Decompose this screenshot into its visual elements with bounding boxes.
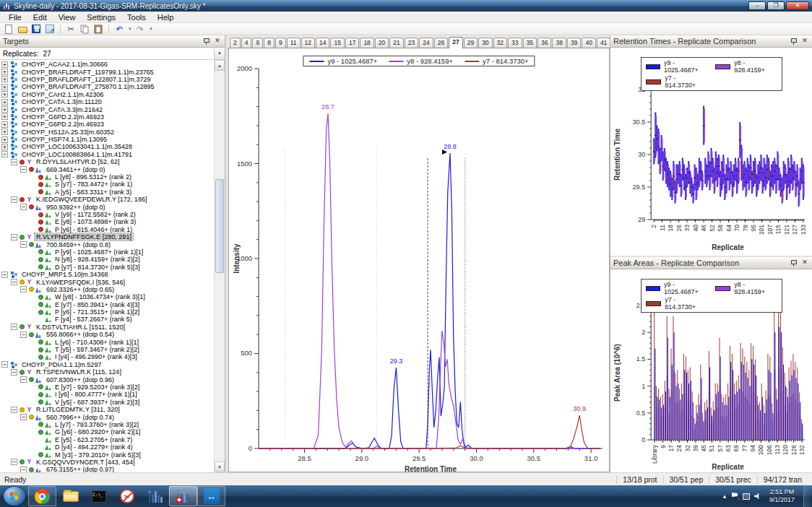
tree-item-mz[interactable]: −676.3155++ (dotp 0.97) <box>0 466 214 472</box>
menu-tools[interactable]: Tools <box>121 12 152 22</box>
collapse-icon[interactable]: − <box>1 272 8 278</box>
expand-icon[interactable]: + <box>1 84 8 90</box>
collapse-icon[interactable]: − <box>11 407 17 413</box>
tree-item-pr[interactable]: −CHOYP_MRP1.5.10|m.34368 <box>0 271 214 278</box>
collapse-icon[interactable]: − <box>11 234 17 240</box>
publish-button[interactable] <box>44 24 56 35</box>
collapse-icon[interactable]: − <box>11 279 17 285</box>
replicate-tab-12[interactable]: 12 <box>301 38 315 48</box>
menu-settings[interactable]: Settings <box>81 12 121 22</box>
replicate-tab-32[interactable]: 32 <box>493 38 507 48</box>
tree-item-tr[interactable]: L [y8] - 896.5312+ (rank 2) <box>0 173 214 181</box>
tree-item-mz[interactable]: −560.7996++ (dotp 0.74) <box>0 413 214 420</box>
expand-icon[interactable]: + <box>1 106 8 113</box>
pin-icon[interactable] <box>202 38 210 46</box>
collapse-icon[interactable]: − <box>11 196 17 203</box>
tree-item-pr[interactable]: +CHOYP_HSP74.1.1|m.13095 <box>0 136 214 143</box>
tree-item-pe[interactable]: −YR.TSPEIVNWLR.K [115, 124] <box>0 368 214 376</box>
taskbar-chrome-button[interactable] <box>28 486 56 506</box>
expand-icon[interactable]: + <box>1 99 8 105</box>
action-center-flag-icon[interactable] <box>732 493 738 500</box>
replicate-tab-6[interactable]: 6 <box>252 38 263 48</box>
targets-scrollbar[interactable]: ▲ ▼ <box>214 60 225 472</box>
expand-icon[interactable]: + <box>1 91 8 98</box>
collapse-icon[interactable]: − <box>20 241 27 248</box>
replicate-tab-30[interactable]: 30 <box>478 38 492 48</box>
tree-item-pr[interactable]: +CHOYP_G6PD.2.2|m.46923 <box>0 121 214 128</box>
tree-item-tr[interactable]: P [y6] - 721.3515+ (rank 1)[2] <box>0 308 214 316</box>
tree-item-pr[interactable]: +CHOYP_CATA.1.3|m.11120 <box>0 98 214 105</box>
retention-times-chart[interactable]: 2929.53030.53121118263340465258647078951… <box>610 48 812 256</box>
tree-item-pe[interactable]: −YR.VLYPNDNFFSGK.E [280, 291] <box>0 233 214 240</box>
replicate-tab-36[interactable]: 36 <box>537 38 551 48</box>
tree-item-mz[interactable]: −950.9392++ (dotp 0) <box>0 203 214 210</box>
expand-icon[interactable]: + <box>1 121 8 128</box>
tree-item-tr[interactable]: T [y5] - 597.3467+ (rank 2)[2] <box>0 346 214 353</box>
replicate-tab-33[interactable]: 33 <box>508 38 522 48</box>
expand-icon[interactable]: + <box>1 69 8 75</box>
start-button[interactable] <box>4 487 25 506</box>
expand-icon[interactable]: + <box>1 144 8 150</box>
tree-item-tr[interactable]: W [y8] - 1036.4734+ (rank 3)[1] <box>0 293 214 300</box>
replicate-tab-29[interactable]: 29 <box>464 38 478 48</box>
tree-item-tr[interactable]: G [y6] - 680.2920+ (rank 2)[1] <box>0 428 214 436</box>
undo-button[interactable]: ↶ <box>113 24 125 35</box>
tree-item-pr[interactable]: +CHOYP_LOC100633041.1.1|m.35428 <box>0 143 214 150</box>
tree-item-mz[interactable]: −700.8459++ (dotp 0.8) <box>0 240 214 248</box>
save-button[interactable] <box>30 24 42 35</box>
taskbar-skyline-button[interactable] <box>141 486 169 506</box>
undo-dropdown-arrow[interactable]: ▼ <box>128 27 132 31</box>
close-panel-icon[interactable]: ✕ <box>800 259 809 267</box>
replicate-tab-9[interactable]: 9 <box>275 38 286 48</box>
tree-item-tr[interactable]: A [y5] - 583.3311+ (rank 3) <box>0 188 214 196</box>
collapse-icon[interactable]: − <box>1 151 8 157</box>
tree-item-mz[interactable]: −669.3461++ (dotp 0) <box>0 165 214 173</box>
tree-item-pe[interactable]: −YK.IEDGWQVEEPDEWLR.Y [172, 186] <box>0 196 214 203</box>
redo-button[interactable]: ↷ <box>134 24 146 35</box>
copy-button[interactable] <box>79 24 90 35</box>
open-button[interactable] <box>17 24 28 35</box>
collapse-icon[interactable]: − <box>20 332 27 338</box>
tree-item-tr[interactable]: I [y4] - 496.2990+ (rank 4)[3] <box>0 353 214 360</box>
tree-item-tr[interactable]: E [y8] - 1073.4898+ (rank 3) <box>0 218 214 225</box>
scroll-thumb[interactable] <box>215 179 224 273</box>
expand-icon[interactable]: + <box>1 76 8 82</box>
replicate-tab-17[interactable]: 17 <box>345 38 359 48</box>
restore-button[interactable]: ❐ <box>767 1 785 10</box>
replicate-tab-26[interactable]: 26 <box>434 38 448 48</box>
collapse-icon[interactable]: − <box>11 324 17 330</box>
tree-item-tr[interactable]: I [y6] - 800.4777+ (rank 1)[1] <box>0 391 214 398</box>
tree-item-tr[interactable]: F [y4] - 537.2667+ (rank 5) <box>0 316 214 323</box>
pin-icon[interactable] <box>790 259 798 267</box>
replicate-tab-18[interactable]: 18 <box>360 38 373 48</box>
collapse-icon[interactable]: − <box>20 166 27 173</box>
tree-item-tr[interactable]: E [y7] - 850.3941+ (rank 4)[3] <box>0 301 214 308</box>
replicate-tab-24[interactable]: 24 <box>419 38 433 48</box>
collapse-icon[interactable]: − <box>20 286 27 292</box>
menu-edit[interactable]: Edit <box>27 12 53 22</box>
scroll-up-arrow[interactable]: ▲ <box>215 60 225 71</box>
tree-item-tr[interactable]: P [y9] - 1025.4687+ (rank 1)[1] <box>0 248 214 256</box>
tree-item-pe[interactable]: −YK.DSTVLTIAHR.L [1511, 1520] <box>0 324 214 331</box>
taskbar-clock[interactable]: 2:51 PM 9/1/2017 <box>765 488 799 504</box>
tree-item-pr[interactable]: +CHOYP_CAH2.1.1|m.42306 <box>0 91 214 98</box>
tree-item-tr[interactable]: L [y6] - 710.4308+ (rank 1)[1] <box>0 338 214 345</box>
collapse-icon[interactable]: − <box>11 459 17 465</box>
menu-view[interactable]: View <box>53 12 82 22</box>
close-button[interactable]: ✕ <box>786 1 809 10</box>
replicate-tab-4[interactable]: 4 <box>241 38 252 48</box>
replicate-tab-41[interactable]: 41 <box>597 38 610 48</box>
network-icon[interactable] <box>743 493 750 500</box>
replicate-tab-38[interactable]: 38 <box>552 38 566 48</box>
replicate-tab-40[interactable]: 40 <box>582 38 595 48</box>
volume-icon[interactable] <box>754 493 761 500</box>
taskbar-explorer-button[interactable] <box>56 486 85 506</box>
tree-item-mz[interactable]: −607.8300++ (dotp 0.96) <box>0 376 214 383</box>
tree-item-pe[interactable]: −YR.DYYLSLAHTVR.D [52, 62] <box>0 158 214 165</box>
tree-item-pr[interactable]: −CHOYP_LOC100883864.1.1|m.41791 <box>0 151 214 158</box>
replicate-tab-21[interactable]: 21 <box>389 38 403 48</box>
tree-item-tr[interactable]: D [y4] - 494.2279+ (rank 4) <box>0 443 214 451</box>
show-desktop-button[interactable] <box>803 485 811 507</box>
tree-item-tr[interactable]: D [y7] - 814.3730+ (rank 5)[3] <box>0 264 214 271</box>
scroll-down-arrow[interactable]: ▼ <box>215 462 225 472</box>
